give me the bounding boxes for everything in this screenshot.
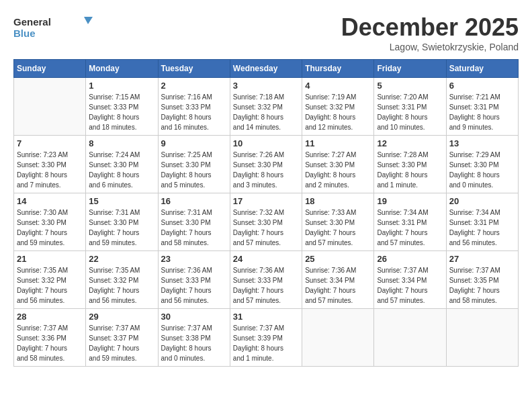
day-number: 27 bbox=[449, 254, 515, 264]
day-info: Sunrise: 7:36 AMSunset: 3:33 PMDaylight:… bbox=[233, 265, 299, 306]
calendar-cell: 4Sunrise: 7:19 AMSunset: 3:32 PMDaylight… bbox=[302, 78, 374, 136]
calendar-cell: 28Sunrise: 7:37 AMSunset: 3:36 PMDayligh… bbox=[14, 309, 86, 367]
calendar-cell bbox=[446, 309, 518, 367]
weekday-header-friday: Friday bbox=[374, 60, 446, 78]
calendar-cell: 19Sunrise: 7:34 AMSunset: 3:31 PMDayligh… bbox=[374, 193, 446, 251]
day-info: Sunrise: 7:30 AMSunset: 3:30 PMDaylight:… bbox=[17, 208, 83, 248]
day-number: 18 bbox=[305, 196, 371, 206]
day-info: Sunrise: 7:28 AMSunset: 3:30 PMDaylight:… bbox=[377, 150, 443, 190]
day-number: 14 bbox=[17, 196, 83, 206]
day-info: Sunrise: 7:36 AMSunset: 3:33 PMDaylight:… bbox=[161, 265, 227, 306]
calendar-cell: 15Sunrise: 7:31 AMSunset: 3:30 PMDayligh… bbox=[86, 193, 158, 251]
day-info: Sunrise: 7:25 AMSunset: 3:30 PMDaylight:… bbox=[161, 150, 227, 190]
day-number: 8 bbox=[89, 138, 154, 148]
day-number: 25 bbox=[305, 254, 371, 264]
weekday-header-wednesday: Wednesday bbox=[230, 60, 302, 78]
day-info: Sunrise: 7:36 AMSunset: 3:34 PMDaylight:… bbox=[305, 265, 371, 306]
day-info: Sunrise: 7:34 AMSunset: 3:31 PMDaylight:… bbox=[377, 208, 443, 248]
day-number: 24 bbox=[233, 254, 299, 264]
day-number: 19 bbox=[377, 196, 443, 206]
calendar-cell: 6Sunrise: 7:21 AMSunset: 3:31 PMDaylight… bbox=[446, 78, 518, 136]
calendar-cell: 21Sunrise: 7:35 AMSunset: 3:32 PMDayligh… bbox=[14, 251, 86, 309]
calendar-cell: 2Sunrise: 7:16 AMSunset: 3:33 PMDaylight… bbox=[158, 78, 230, 136]
week-row-2: 7Sunrise: 7:23 AMSunset: 3:30 PMDaylight… bbox=[14, 136, 519, 193]
title-area: December 2025 Lagow, Swietokrzyskie, Pol… bbox=[341, 13, 519, 52]
day-info: Sunrise: 7:15 AMSunset: 3:33 PMDaylight:… bbox=[89, 92, 154, 132]
calendar-cell: 16Sunrise: 7:31 AMSunset: 3:30 PMDayligh… bbox=[158, 193, 230, 251]
day-info: Sunrise: 7:37 AMSunset: 3:36 PMDaylight:… bbox=[17, 323, 83, 363]
day-info: Sunrise: 7:37 AMSunset: 3:39 PMDaylight:… bbox=[233, 323, 299, 363]
day-info: Sunrise: 7:23 AMSunset: 3:30 PMDaylight:… bbox=[17, 150, 83, 190]
day-number: 17 bbox=[233, 196, 299, 206]
calendar-cell: 9Sunrise: 7:25 AMSunset: 3:30 PMDaylight… bbox=[158, 136, 230, 193]
calendar-cell: 20Sunrise: 7:34 AMSunset: 3:31 PMDayligh… bbox=[446, 193, 518, 251]
calendar-cell bbox=[374, 309, 446, 367]
weekday-header-saturday: Saturday bbox=[446, 60, 518, 78]
calendar-cell: 11Sunrise: 7:27 AMSunset: 3:30 PMDayligh… bbox=[302, 136, 374, 193]
calendar-cell bbox=[14, 78, 86, 136]
day-info: Sunrise: 7:26 AMSunset: 3:30 PMDaylight:… bbox=[233, 150, 299, 190]
calendar-cell: 1Sunrise: 7:15 AMSunset: 3:33 PMDaylight… bbox=[86, 78, 158, 136]
calendar-cell: 8Sunrise: 7:24 AMSunset: 3:30 PMDaylight… bbox=[86, 136, 158, 193]
day-info: Sunrise: 7:31 AMSunset: 3:30 PMDaylight:… bbox=[161, 208, 227, 248]
day-info: Sunrise: 7:21 AMSunset: 3:31 PMDaylight:… bbox=[449, 92, 515, 132]
day-info: Sunrise: 7:37 AMSunset: 3:38 PMDaylight:… bbox=[161, 323, 227, 363]
day-number: 30 bbox=[161, 312, 227, 322]
week-row-4: 21Sunrise: 7:35 AMSunset: 3:32 PMDayligh… bbox=[14, 251, 519, 309]
day-number: 5 bbox=[377, 81, 443, 91]
calendar-cell: 22Sunrise: 7:35 AMSunset: 3:32 PMDayligh… bbox=[86, 251, 158, 309]
calendar-cell: 27Sunrise: 7:37 AMSunset: 3:35 PMDayligh… bbox=[446, 251, 518, 309]
day-info: Sunrise: 7:18 AMSunset: 3:32 PMDaylight:… bbox=[233, 92, 299, 132]
day-info: Sunrise: 7:35 AMSunset: 3:32 PMDaylight:… bbox=[17, 265, 83, 306]
day-info: Sunrise: 7:27 AMSunset: 3:30 PMDaylight:… bbox=[305, 150, 371, 190]
calendar-cell: 7Sunrise: 7:23 AMSunset: 3:30 PMDaylight… bbox=[14, 136, 86, 193]
day-info: Sunrise: 7:37 AMSunset: 3:34 PMDaylight:… bbox=[377, 265, 443, 306]
day-info: Sunrise: 7:31 AMSunset: 3:30 PMDaylight:… bbox=[89, 208, 154, 248]
calendar-cell bbox=[302, 309, 374, 367]
calendar-cell: 29Sunrise: 7:37 AMSunset: 3:37 PMDayligh… bbox=[86, 309, 158, 367]
calendar-cell: 25Sunrise: 7:36 AMSunset: 3:34 PMDayligh… bbox=[302, 251, 374, 309]
month-title: December 2025 bbox=[341, 13, 519, 42]
day-number: 22 bbox=[89, 254, 154, 264]
weekday-header-row: SundayMondayTuesdayWednesdayThursdayFrid… bbox=[14, 60, 519, 78]
header: General Blue December 2025 Lagow, Swieto… bbox=[13, 13, 519, 52]
day-number: 15 bbox=[89, 196, 154, 206]
day-number: 16 bbox=[161, 196, 227, 206]
calendar-cell: 17Sunrise: 7:32 AMSunset: 3:30 PMDayligh… bbox=[230, 193, 302, 251]
day-info: Sunrise: 7:33 AMSunset: 3:30 PMDaylight:… bbox=[305, 208, 371, 248]
day-number: 10 bbox=[233, 138, 299, 148]
calendar-cell: 30Sunrise: 7:37 AMSunset: 3:38 PMDayligh… bbox=[158, 309, 230, 367]
day-number: 26 bbox=[377, 254, 443, 264]
weekday-header-sunday: Sunday bbox=[14, 60, 86, 78]
day-info: Sunrise: 7:24 AMSunset: 3:30 PMDaylight:… bbox=[89, 150, 154, 190]
week-row-3: 14Sunrise: 7:30 AMSunset: 3:30 PMDayligh… bbox=[14, 193, 519, 251]
day-number: 4 bbox=[305, 81, 371, 91]
day-info: Sunrise: 7:32 AMSunset: 3:30 PMDaylight:… bbox=[233, 208, 299, 248]
day-number: 12 bbox=[377, 138, 443, 148]
day-number: 9 bbox=[161, 138, 227, 148]
weekday-header-tuesday: Tuesday bbox=[158, 60, 230, 78]
day-number: 2 bbox=[161, 81, 227, 91]
day-number: 31 bbox=[233, 312, 299, 322]
day-number: 11 bbox=[305, 138, 371, 148]
day-number: 6 bbox=[449, 81, 515, 91]
day-info: Sunrise: 7:16 AMSunset: 3:33 PMDaylight:… bbox=[161, 92, 227, 132]
day-info: Sunrise: 7:19 AMSunset: 3:32 PMDaylight:… bbox=[305, 92, 371, 132]
week-row-1: 1Sunrise: 7:15 AMSunset: 3:33 PMDaylight… bbox=[14, 78, 519, 136]
day-number: 3 bbox=[233, 81, 299, 91]
day-number: 1 bbox=[89, 81, 154, 91]
logo: General Blue bbox=[13, 13, 94, 44]
day-info: Sunrise: 7:34 AMSunset: 3:31 PMDaylight:… bbox=[449, 208, 515, 248]
calendar-table: SundayMondayTuesdayWednesdayThursdayFrid… bbox=[13, 59, 519, 367]
day-number: 23 bbox=[161, 254, 227, 264]
day-number: 20 bbox=[449, 196, 515, 206]
calendar-cell: 5Sunrise: 7:20 AMSunset: 3:31 PMDaylight… bbox=[374, 78, 446, 136]
calendar-cell: 12Sunrise: 7:28 AMSunset: 3:30 PMDayligh… bbox=[374, 136, 446, 193]
calendar-cell: 14Sunrise: 7:30 AMSunset: 3:30 PMDayligh… bbox=[14, 193, 86, 251]
weekday-header-monday: Monday bbox=[86, 60, 158, 78]
calendar-cell: 18Sunrise: 7:33 AMSunset: 3:30 PMDayligh… bbox=[302, 193, 374, 251]
calendar-cell: 26Sunrise: 7:37 AMSunset: 3:34 PMDayligh… bbox=[374, 251, 446, 309]
logo-svg: General Blue bbox=[13, 13, 94, 44]
location: Lagow, Swietokrzyskie, Poland bbox=[341, 42, 519, 52]
day-number: 29 bbox=[89, 312, 154, 322]
